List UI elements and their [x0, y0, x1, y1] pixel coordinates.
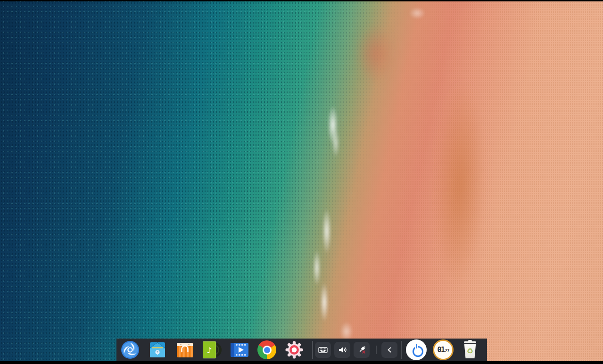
file-manager-button[interactable]: [148, 340, 167, 359]
dock-collapse-button[interactable]: [381, 342, 397, 358]
chevron-left-icon: [384, 345, 395, 355]
trash-recycle-icon: ♻: [463, 344, 477, 358]
network-tray-button[interactable]: [354, 342, 370, 358]
shutdown-button[interactable]: [406, 339, 427, 360]
clock-minutes: 27: [445, 348, 449, 353]
app-store-button[interactable]: [175, 340, 194, 359]
launcher-button[interactable]: [121, 340, 140, 359]
deepin-launcher-icon: [121, 340, 140, 359]
keyboard-icon: [318, 345, 328, 355]
music-icon: ♪: [203, 340, 222, 359]
keyboard-layout-tray-button[interactable]: [315, 342, 331, 358]
control-center-button[interactable]: [285, 340, 304, 359]
tray-separator: [376, 346, 377, 354]
dock: ♪: [116, 339, 487, 361]
desktop-wallpaper: [0, 1, 603, 361]
file-manager-icon: [148, 340, 167, 359]
clock-widget[interactable]: 01 27: [433, 339, 454, 360]
settings-gear-icon: [285, 340, 304, 359]
network-disconnected-icon: [356, 345, 367, 355]
movie-button[interactable]: [230, 340, 249, 359]
volume-icon: [337, 345, 347, 355]
dock-separator: [401, 341, 402, 359]
dock-separator: [312, 341, 313, 359]
movie-icon: [230, 340, 249, 359]
svg-text:♪: ♪: [207, 346, 212, 355]
chrome-button[interactable]: [257, 340, 276, 359]
clock-hours: 01: [438, 346, 445, 354]
surf-foam: [0, 1, 603, 361]
desktop-screen: ♪: [0, 0, 603, 364]
sound-tray-button[interactable]: [334, 342, 350, 358]
music-button[interactable]: ♪: [203, 340, 222, 359]
app-store-icon: [175, 340, 194, 359]
power-icon: [413, 346, 423, 357]
trash-button[interactable]: ♻: [461, 340, 479, 360]
